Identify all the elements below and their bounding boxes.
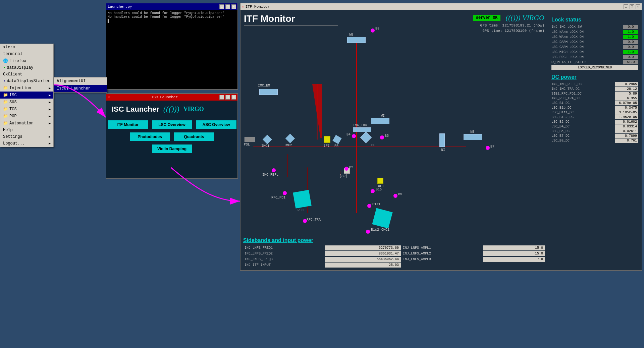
- menu-item-help[interactable]: Help: [0, 127, 53, 133]
- dc-label-lsc-b1s2: LSC_B1s2_DC: [551, 115, 615, 119]
- submenu-label-iscui: IscUI Launcher: [57, 86, 91, 91]
- dc-row-inj-imc-tra: INJ_IMC_TRA_DC 28.12: [551, 87, 638, 91]
- menu-item-settings[interactable]: Settings: [0, 133, 53, 140]
- folder-icon-sus: 📁: [3, 100, 8, 105]
- isc-minimize-icon[interactable]: _: [219, 95, 224, 100]
- element-imcem: [259, 89, 278, 95]
- isc-maximize-icon[interactable]: □: [225, 95, 230, 100]
- dc-row-lsc-b1s1: LSC_B1s1_DC 3.105e-05: [551, 110, 638, 115]
- arrow-icon-sus: [49, 100, 51, 105]
- menu-item-sus[interactable]: 📁 SUS: [0, 99, 53, 106]
- launcher-log-line-2: No handlers could be found for logger "P…: [108, 15, 236, 19]
- isc-launcher-header: ISC Launcher ((())) VIRGO: [112, 105, 232, 114]
- dc-value-lsc-b7: 0.7899: [615, 134, 638, 138]
- lock-row-dq-meta: DQ_META_ITF_State 61.0: [551, 60, 638, 64]
- folder-icon-automation: 📁: [3, 121, 8, 126]
- menu-item-gxclient[interactable]: GxClient: [0, 71, 53, 78]
- isc-close-icon[interactable]: ✕: [231, 95, 236, 100]
- dc-value-inj-imc-tra: 28.12: [615, 87, 638, 91]
- label-imc2: IMC2: [284, 143, 292, 147]
- menu-item-injection[interactable]: 📁 Injection: [0, 84, 53, 92]
- itf-monitor-button[interactable]: ITF Monitor: [108, 120, 148, 129]
- menu-item-isc[interactable]: 📁 ISC: [0, 92, 53, 99]
- itf-maximize-icon[interactable]: □: [630, 4, 634, 9]
- itf-monitor-title: ITF Monitor: [246, 5, 270, 9]
- menu-label-firefox: Firefox: [9, 59, 51, 63]
- menu-item-datadisplay[interactable]: ▪ dataDisplay: [0, 64, 53, 71]
- close-icon[interactable]: ✕: [231, 4, 236, 9]
- submenu-item-iscui[interactable]: IscUI Launcher: [54, 85, 107, 92]
- label-imcem: IMC_EM: [258, 84, 270, 88]
- lock-value-lsc-narm: 1.0: [623, 30, 638, 34]
- element-b1p: [371, 189, 375, 193]
- dc-row-sib2-rfc: SIB2_RFC_PD1_DC 5.89: [551, 92, 638, 96]
- lock-label-dq-meta: DQ_META_ITF_State: [551, 60, 623, 64]
- isc-launcher-titlebar: ✕ ISC Launcher _ □ ✕: [106, 94, 237, 101]
- label-we: WE: [349, 33, 353, 37]
- menu-label-automation: Automation: [9, 121, 49, 126]
- dc-value-sib2-rfc: 5.89: [615, 92, 638, 96]
- arrow-icon-tcs: [49, 107, 51, 112]
- context-menu: xterm terminal 🌐 Firefox ▪ dataDisplay G…: [0, 44, 54, 147]
- label-b5-top: B5: [385, 134, 389, 138]
- lock-value-lsc-darm: 0.0: [623, 40, 638, 44]
- sb-ampl1-label: INJ_LNFS_AMPL1: [401, 245, 482, 250]
- menu-item-tcs[interactable]: 📁 TCS: [0, 106, 53, 113]
- lock-value-dq-meta: 61.0: [623, 60, 638, 64]
- sb-freq2-value: 8361031.47: [325, 251, 401, 256]
- lock-state-box: LOCKED_RECOMBINED: [551, 65, 638, 70]
- lsc-overview-button[interactable]: LSC Overview: [152, 120, 192, 129]
- dc-label-inj-imc-tra: INJ_IMC_TRA_DC: [551, 87, 615, 91]
- dc-row-lsc-b5: LSC_B5_DC 0.02611: [551, 129, 638, 133]
- element-wi: [371, 118, 389, 124]
- menu-item-firefox[interactable]: 🌐 Firefox: [0, 57, 53, 64]
- sb-freq1-label: INJ_LNFS_FREQ1: [243, 245, 324, 250]
- itf-right-panel: Lock status INJ_IMC_LOCK_SW 0.0 LSC_NArm…: [548, 10, 642, 270]
- maximize-icon[interactable]: □: [225, 4, 230, 9]
- element-b4: [352, 134, 356, 138]
- label-b1p: B1p: [376, 188, 382, 191]
- sb-ampl3-label: INJ_LNFS_AMPL3: [401, 257, 482, 262]
- itf-close-icon[interactable]: ✕: [636, 4, 640, 9]
- lock-value-lsc-carm: 0.0: [623, 45, 638, 49]
- sidebands-title: Sidebands and input power: [243, 237, 545, 243]
- asc-overview-button[interactable]: ASC Overview: [196, 120, 236, 129]
- element-b1s2: [366, 230, 370, 234]
- lock-label-lsc-prcl: LSC_PRCL_LOCK_ON: [551, 55, 623, 59]
- isc-submenu: AlignementUI IscUI Launcher: [54, 77, 107, 93]
- folder-icon-pop: 📁: [3, 114, 8, 119]
- menu-item-pop[interactable]: 📁 POP: [0, 113, 53, 120]
- arrow-icon-pop: [49, 114, 51, 119]
- dc-label-lsc-b5: LSC_B5_DC: [551, 129, 615, 133]
- sidebands-section: Sidebands and input power INJ_LNFS_FREQ1…: [240, 235, 548, 270]
- minimize-icon[interactable]: _: [219, 4, 224, 9]
- dc-value-lsc-b5: 0.02611: [615, 129, 638, 133]
- violin-damping-button[interactable]: Violin Damping: [152, 144, 192, 153]
- menu-label-pop: POP: [9, 114, 49, 119]
- menu-item-terminal[interactable]: terminal: [0, 51, 53, 57]
- label-rfctra: RFC_TRA: [307, 218, 321, 222]
- itf-diagram: ITF Monitor server OK ((())) VIRGO GPS t…: [240, 10, 548, 270]
- menu-item-datadisplaystarter[interactable]: ▪ dataDisplayStarter: [0, 78, 53, 84]
- sidebands-grid: INJ_LNFS_FREQ1 6270773.60 INJ_LNFS_AMPL1…: [243, 245, 545, 268]
- menu-item-logout[interactable]: Logout...: [0, 140, 53, 147]
- quadrants-button[interactable]: Quadrants: [174, 132, 214, 141]
- submenu-item-alignementui[interactable]: AlignementUI: [54, 77, 107, 85]
- menu-item-xterm[interactable]: xterm: [0, 44, 53, 51]
- dc-value-lsc-b1s2: 1.952e-05: [615, 115, 638, 119]
- label-omc1: OMC1: [381, 228, 389, 232]
- lock-row-lsc-carm: LSC_CARM_LOCK_ON 0.0: [551, 45, 638, 49]
- label-ne: NE: [470, 130, 474, 134]
- photodiodes-button[interactable]: Photodiodes: [130, 132, 170, 141]
- menu-item-automation[interactable]: 📁 Automation: [0, 120, 53, 127]
- lock-value-lsc-mich: 1.0: [623, 50, 638, 54]
- lock-label-lsc-warm: LSC_WArm_LOCK_ON: [551, 35, 623, 39]
- itf-minimize-icon[interactable]: _: [624, 4, 628, 9]
- lock-status-title: Lock status: [551, 17, 638, 23]
- label-imcrefl: IMC_REFL: [262, 173, 278, 177]
- menu-label-logout: Logout...: [3, 141, 49, 146]
- lock-value-lsc-prcl: 0.0: [623, 55, 638, 59]
- element-imctra: [353, 127, 371, 132]
- dc-row-lsc-b7: LSC_B7_DC 0.7899: [551, 134, 638, 138]
- monitor-icon: ▪: [3, 65, 5, 70]
